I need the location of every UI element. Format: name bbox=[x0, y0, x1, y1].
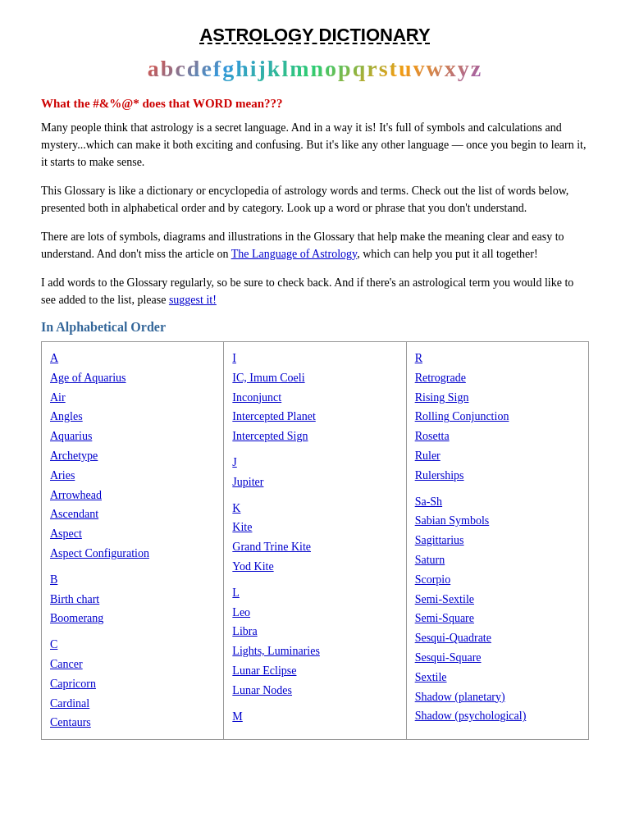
link-lunar-eclipse[interactable]: Lunar Eclipse bbox=[232, 661, 397, 681]
link-arrowhead[interactable]: Arrowhead bbox=[50, 486, 215, 505]
link-age-of-aquarius[interactable]: Age of Aquarius bbox=[50, 368, 215, 388]
link-C[interactable]: C bbox=[50, 635, 215, 655]
link-lights-luminaries[interactable]: Lights, Luminaries bbox=[232, 641, 397, 661]
link-intercepted-sign[interactable]: Intercepted Sign bbox=[232, 427, 397, 446]
alphabet-display: abcdefghijklmnopqrstuvwxyz bbox=[41, 56, 589, 82]
page-title: ASTROLOGY DICTIONARY bbox=[41, 25, 589, 46]
intro-paragraph-4: I add words to the Glossary regularly, s… bbox=[41, 274, 589, 308]
link-semi-square[interactable]: Semi-Square bbox=[415, 609, 580, 628]
intro-paragraph-3: There are lots of symbols, diagrams and … bbox=[41, 228, 589, 262]
link-aries[interactable]: Aries bbox=[50, 466, 215, 486]
link-sa-sh[interactable]: Sa-Sh bbox=[415, 492, 580, 512]
link-M[interactable]: M bbox=[232, 707, 397, 727]
link-sesqui-square[interactable]: Sesqui-Square bbox=[415, 648, 580, 668]
column-a: A Age of Aquarius Air Angles Aquarius Ar… bbox=[42, 342, 224, 740]
link-shadow-planetary[interactable]: Shadow (planetary) bbox=[415, 687, 580, 707]
alphabetical-index-table: A Age of Aquarius Air Angles Aquarius Ar… bbox=[41, 341, 589, 740]
link-libra[interactable]: Libra bbox=[232, 622, 397, 641]
link-kite[interactable]: Kite bbox=[232, 518, 397, 537]
link-capricorn[interactable]: Capricorn bbox=[50, 674, 215, 694]
link-air[interactable]: Air bbox=[50, 388, 215, 408]
link-sextile[interactable]: Sextile bbox=[415, 668, 580, 687]
link-J[interactable]: J bbox=[232, 453, 397, 472]
link-B[interactable]: B bbox=[50, 570, 215, 590]
link-rolling-conjunction[interactable]: Rolling Conjunction bbox=[415, 407, 580, 427]
link-leo[interactable]: Leo bbox=[232, 603, 397, 623]
intro-paragraph-2: This Glossary is like a dictionary or en… bbox=[41, 182, 589, 217]
link-angles[interactable]: Angles bbox=[50, 407, 215, 427]
link-I[interactable]: I bbox=[232, 349, 397, 368]
link-aquarius[interactable]: Aquarius bbox=[50, 427, 215, 446]
link-rosetta[interactable]: Rosetta bbox=[415, 427, 580, 446]
link-ic-imum-coeli[interactable]: IC, Imum Coeli bbox=[232, 368, 397, 388]
link-semi-sextile[interactable]: Semi-Sextile bbox=[415, 590, 580, 609]
link-retrograde[interactable]: Retrograde bbox=[415, 368, 580, 388]
link-centaurs[interactable]: Centaurs bbox=[50, 713, 215, 733]
link-sesqui-quadrate[interactable]: Sesqui-Quadrate bbox=[415, 628, 580, 648]
column-r: R Retrograde Rising Sign Rolling Conjunc… bbox=[406, 342, 588, 740]
link-A[interactable]: A bbox=[50, 349, 215, 368]
link-archetype[interactable]: Archetype bbox=[50, 446, 215, 466]
link-birth-chart[interactable]: Birth chart bbox=[50, 590, 215, 609]
link-K[interactable]: K bbox=[232, 499, 397, 518]
link-lunar-nodes[interactable]: Lunar Nodes bbox=[232, 681, 397, 701]
link-sagittarius[interactable]: Sagittarius bbox=[415, 531, 580, 550]
column-i: I IC, Imum Coeli Inconjunct Intercepted … bbox=[224, 342, 406, 740]
link-boomerang[interactable]: Boomerang bbox=[50, 609, 215, 628]
link-cancer[interactable]: Cancer bbox=[50, 655, 215, 674]
link-rulerships[interactable]: Rulerships bbox=[415, 466, 580, 486]
link-ascendant[interactable]: Ascendant bbox=[50, 504, 215, 524]
language-of-astrology-link[interactable]: The Language of Astrology bbox=[231, 248, 357, 260]
link-scorpio[interactable]: Scorpio bbox=[415, 570, 580, 590]
link-shadow-psychological[interactable]: Shadow (psychological) bbox=[415, 706, 580, 726]
suggest-it-link[interactable]: suggest it! bbox=[169, 294, 217, 306]
link-saturn[interactable]: Saturn bbox=[415, 550, 580, 570]
link-yod-kite[interactable]: Yod Kite bbox=[232, 557, 397, 577]
link-jupiter[interactable]: Jupiter bbox=[232, 472, 397, 492]
red-question-heading: What the #&%@* does that WORD mean??? bbox=[41, 97, 589, 111]
link-L[interactable]: L bbox=[232, 583, 397, 603]
link-sabian-symbols[interactable]: Sabian Symbols bbox=[415, 511, 580, 531]
intro-paragraph-1: Many people think that astrology is a se… bbox=[41, 119, 589, 171]
link-grand-trine-kite[interactable]: Grand Trine Kite bbox=[232, 537, 397, 557]
link-rising-sign[interactable]: Rising Sign bbox=[415, 388, 580, 408]
link-cardinal[interactable]: Cardinal bbox=[50, 694, 215, 714]
link-inconjunct[interactable]: Inconjunct bbox=[232, 388, 397, 408]
link-ruler[interactable]: Ruler bbox=[415, 446, 580, 466]
link-intercepted-planet[interactable]: Intercepted Planet bbox=[232, 407, 397, 427]
alphabetical-section-header: In Alphabetical Order bbox=[41, 320, 589, 335]
link-aspect[interactable]: Aspect bbox=[50, 524, 215, 544]
link-R[interactable]: R bbox=[415, 349, 580, 368]
link-aspect-configuration[interactable]: Aspect Configuration bbox=[50, 544, 215, 564]
